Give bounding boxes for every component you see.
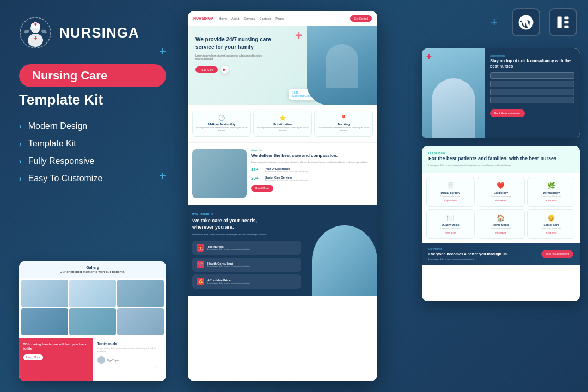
cardiology-icon: ❤️ [480, 182, 522, 189]
select-field[interactable] [490, 89, 574, 95]
svc-link[interactable]: Read More [480, 199, 522, 202]
hero-desc: Lorem ipsum dolor sit amet consectetur a… [195, 54, 266, 62]
gallery-cell-3 [117, 280, 164, 307]
nurses-icon: 👩‍⚕️ [197, 244, 204, 252]
date-field[interactable] [490, 97, 574, 103]
feature-item-easy-customize: › Easy To Customize [19, 174, 166, 183]
book-appointment-btn[interactable]: Book An Appointment [490, 109, 525, 117]
nav-services: Services [243, 17, 255, 20]
hero-image [307, 26, 377, 105]
svg-rect-13 [564, 17, 568, 20]
about-label: About Us [251, 149, 373, 152]
svg-point-9 [23, 29, 29, 34]
avatar [97, 356, 105, 364]
senior-care-icon: 👴 [530, 214, 572, 222]
svc-link[interactable]: Read More [430, 231, 471, 234]
svc-link[interactable]: Read More [530, 231, 572, 234]
svc-link[interactable]: Read More [530, 199, 572, 202]
hero-play-btn[interactable]: ▶ [221, 66, 229, 74]
services-label: Our Services [428, 151, 573, 155]
testimonial-block: Testimonials Lorem ipsum dolor sit amet … [93, 338, 167, 381]
promise-title: Everyone becomes a better you through us… [428, 252, 537, 257]
stat-senior-care: 20+ Senior Care Services Lorem ipsum dol… [251, 176, 373, 182]
gallery-cell-4 [21, 308, 68, 335]
service-home-medic: 🏠 Home Medic Lorem ipsum dolor sit amet … [477, 209, 525, 239]
why-item-consultant: 🩺 Health Consultant Lorem ipsum dolor si… [192, 258, 301, 272]
service-cardiology: ❤️ Cardiology Lorem ipsum dolor sit amet… [477, 177, 525, 207]
about-content: About Us We deliver the best care and co… [251, 149, 373, 198]
right-column: + ✚ Appointment Stay o [422, 8, 580, 301]
svc-desc: Lorem ipsum dolor sit amet [480, 228, 522, 230]
why-label: Why Choose Us [192, 212, 373, 216]
meals-icon: 🍽️ [430, 214, 471, 222]
stat-experience: 16+ Year Of Experience Lorem ipsum dolor… [251, 167, 373, 173]
elementor-icon [549, 8, 577, 36]
svc-desc: Lorem ipsum dolor sit amet [530, 195, 572, 198]
svc-desc: Lorem ipsum dolor sit amet [530, 228, 572, 230]
learn-more-btn[interactable]: Learn More [23, 354, 43, 360]
person-silhouette [432, 78, 475, 138]
svg-rect-15 [564, 26, 568, 28]
why-item-desc: Lorem ipsum dolor sit amet consectetur a… [207, 265, 250, 267]
feature-label: Easy To Customize [28, 174, 103, 183]
feature-item-fully-responsive: › Fully Responsive [19, 156, 166, 166]
svc-title: Quality Meals [430, 223, 471, 226]
why-title: We take care of your needs, wherever you… [192, 217, 279, 231]
appointment-label: Appointment [490, 54, 574, 57]
feat-desc: Lorem ipsum dolor sit amet consectetur a… [317, 127, 370, 132]
left-preview-card: Gallery Our cherished moments with our p… [19, 261, 166, 381]
hero-cta-btn[interactable]: Read More [195, 66, 218, 73]
svg-rect-12 [558, 17, 562, 28]
svc-desc: Lorem ipsum dolor sit amet [430, 228, 471, 230]
chevron-icon: › [19, 139, 22, 148]
feature-item-modern-design: › Modern Design [19, 121, 166, 131]
promise-desc: Lorem ipsum dolor sit amet consectetur a… [428, 258, 537, 260]
nav-home: Home [219, 17, 227, 20]
promise-content: Our Promise Everyone becomes a better yo… [428, 248, 537, 260]
home-medic-icon: 🏠 [480, 214, 522, 222]
feat-card-availability: 🕐 24-Hour Availability Lorem ipsum dolor… [192, 111, 251, 137]
dental-icon: 🦷 [430, 182, 471, 189]
gallery-cell-5 [69, 308, 116, 335]
why-item-nurses: 👩‍⚕️ Top Nurses Lorem ipsum dolor sit am… [192, 241, 301, 255]
gallery-cell-1 [21, 280, 68, 307]
email-field[interactable] [490, 81, 574, 87]
svc-link[interactable]: Appointment [430, 199, 471, 202]
get-started-btn[interactable]: Get Started [350, 15, 372, 22]
svc-title: Senior Care [530, 223, 572, 226]
nursing-care-badge: Nursing Care [19, 64, 166, 87]
author-name: Olga Virginia [107, 359, 120, 362]
hero-section: ✚ We provide 24/7 nursing care service f… [188, 26, 377, 105]
nav-contacts: Contacts [259, 17, 271, 20]
promise-cta-btn[interactable]: Book An Appointment [541, 250, 573, 258]
about-image [192, 149, 247, 198]
svg-rect-8 [34, 38, 37, 39]
read-more-btn[interactable]: Read More [251, 185, 273, 192]
appointment-preview: ✚ Appointment Stay on top of quick consu… [422, 48, 580, 138]
chevron-icon: › [19, 122, 22, 131]
svc-desc: Lorem ipsum dolor sit amet [430, 195, 471, 198]
service-dermatology: 🌿 Dermatology Lorem ipsum dolor sit amet… [527, 177, 575, 207]
feature-list: › Modern Design › Template Kit › Fully R… [19, 121, 166, 183]
consultant-icon: 🩺 [197, 261, 204, 268]
svg-rect-14 [564, 21, 568, 24]
service-meals: 🍽️ Quality Meals Lorem ipsum dolor sit a… [426, 209, 475, 239]
gallery-title: Gallery [24, 266, 161, 270]
svc-title: Dermatology [530, 191, 572, 194]
service-dental: 🦷 Dental Surgery Lorem ipsum dolor sit a… [426, 177, 475, 207]
why-section: Why Choose Us We take care of your needs… [188, 205, 377, 296]
name-field[interactable] [490, 72, 574, 79]
why-desc: Lorem ipsum dolor sit amet consectetur a… [192, 234, 279, 236]
location-icon: 📍 [317, 115, 370, 121]
svc-link[interactable]: Read More [480, 231, 522, 234]
feat-title: 24-Hour Availability [195, 122, 248, 126]
cross-decoration: ✚ [295, 30, 302, 41]
testimonials-label: Testimonials [97, 342, 162, 345]
brand-name: NURSINGA [59, 24, 139, 41]
svg-point-10 [41, 29, 47, 34]
left-panel: NURSINGA Nursing Care Template Kit › Mod… [0, 0, 185, 392]
gallery-grid [19, 278, 166, 338]
nav-pages: Pages [275, 17, 284, 20]
feat-desc: Lorem ipsum dolor sit amet consectetur a… [195, 127, 248, 132]
why-item-desc: Lorem ipsum dolor sit amet consectetur a… [207, 248, 250, 250]
